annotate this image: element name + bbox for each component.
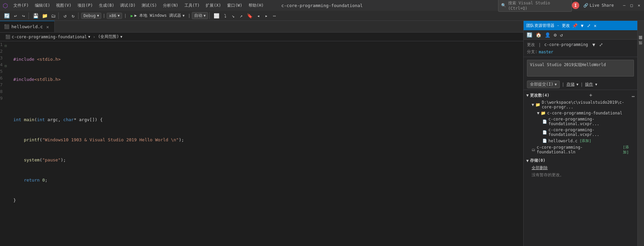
- gutter-cell-8: [5, 90, 10, 96]
- window-controls: — □ ✕: [622, 3, 641, 8]
- save-button[interactable]: 💾: [32, 12, 40, 19]
- bookmark-button[interactable]: 🔖: [246, 12, 254, 19]
- panel-expand-button[interactable]: ⤢: [586, 23, 592, 29]
- team-explorer-panel: 团队资源管理器 - 更改 📌 ▼ ⤢ ✕ 🔄 🏠 👤 ⚙ ↺ 更改 | c-co…: [523, 21, 637, 246]
- line-num-8: 8: [0, 88, 4, 95]
- title-search-box[interactable]: 🔍 搜索 Visual Studio (Ctrl+Q): [498, 0, 572, 12]
- window-title: c-core-programming-foundational: [281, 3, 363, 8]
- breadcrumb-scope-label: (全局范围): [98, 34, 119, 40]
- next-bookmark-button[interactable]: ▸: [263, 12, 270, 19]
- live-share-button[interactable]: 🔗 Live Share: [583, 3, 614, 8]
- maximize-button[interactable]: □: [629, 3, 634, 8]
- gutter-cell-2: [5, 49, 10, 56]
- panel-close-button[interactable]: ✕: [593, 23, 598, 29]
- undo-button[interactable]: ↩: [12, 12, 19, 19]
- delete-all-link[interactable]: 全部删除: [532, 165, 548, 170]
- changes-section-header[interactable]: ▼ 更改数(4) ＋ …: [524, 91, 637, 99]
- file-tag-4: [添加]: [623, 145, 635, 155]
- title-bar: ⬡ 文件(F) 编辑(E) 视图(V) 项目(P) 生成(B) 调试(D) 测试…: [0, 0, 644, 11]
- breadcrumb-scope[interactable]: (全局范围) ▼: [97, 34, 123, 40]
- user-avatar[interactable]: I: [572, 2, 579, 9]
- gutter-cell-1[interactable]: ⊟: [5, 43, 10, 49]
- undo2-button[interactable]: ↺: [61, 12, 69, 19]
- run-label: ▶ 本地 Windows 调试器: [135, 13, 181, 18]
- actions-link[interactable]: 操作: [585, 82, 593, 87]
- tree-root-path[interactable]: ▼ 📁 D:\workspace\c\visualstuido2019\c-co…: [524, 99, 637, 110]
- step-over-button[interactable]: ⤵: [221, 12, 229, 19]
- gutter-cell-4[interactable]: ⊟: [5, 63, 10, 69]
- breadcrumb: ⬛ c-core-programming-foundational ▼ › (全…: [0, 33, 523, 41]
- menu-view[interactable]: 视图(V): [53, 1, 74, 10]
- auto-dropdown[interactable]: 自动 ▼: [192, 12, 208, 19]
- minimize-button[interactable]: —: [622, 3, 627, 8]
- breadcrumb-project[interactable]: ⬛ c-core-programming-foundational ▼: [4, 34, 92, 40]
- code-content[interactable]: #include <stdio.h> #include<stdlib.h> in…: [11, 41, 523, 246]
- tree-file-vcxproj2[interactable]: 📄 c-core-programming-foundational.vcxpr.…: [524, 127, 637, 138]
- live-share-icon: 🔗: [583, 3, 588, 8]
- chevron-down-icon: ▼: [97, 14, 99, 17]
- actions-dropdown-icon[interactable]: ▼: [595, 83, 597, 86]
- panel-open-external-button[interactable]: ⤢: [598, 42, 604, 48]
- menu-tools[interactable]: 工具(T): [182, 1, 203, 10]
- tab-helloworld[interactable]: ⬛ helloworld.c ✕: [0, 21, 55, 32]
- panel-home-button[interactable]: 🏠: [535, 32, 542, 38]
- menu-extensions[interactable]: 扩展(X): [203, 1, 224, 10]
- add-changes-button[interactable]: ＋: [588, 92, 593, 98]
- line-num-7: 7: [0, 82, 4, 88]
- new-file-button[interactable]: 🔄: [3, 12, 11, 19]
- toolbar-file-group: 🔄 ↩ ↪: [1, 12, 29, 19]
- panel-repo-dropdown[interactable]: ▼: [591, 42, 596, 48]
- panel-person-button[interactable]: 👤: [544, 32, 551, 38]
- tree-file-vcxproj1[interactable]: 📄 c-core-programming-foundational.vcxpr.…: [524, 116, 637, 127]
- arch-label: x86: [109, 13, 116, 18]
- arch-dropdown[interactable]: x86 ▼: [107, 13, 122, 19]
- menu-test[interactable]: 测试(S): [139, 1, 160, 10]
- more-tools-button[interactable]: ⋯: [271, 12, 278, 19]
- sidebar-item-team-explorer[interactable]: 团队资源管理器: [638, 41, 643, 44]
- stored-section-header[interactable]: ▼ 存储(0): [524, 157, 637, 164]
- vs-logo-icon: ⬡: [3, 2, 8, 9]
- tab-close-button[interactable]: ✕: [45, 24, 50, 30]
- panel-refresh-button[interactable]: 🔄: [526, 32, 533, 38]
- menu-window[interactable]: 窗口(W): [224, 1, 245, 10]
- more-changes-button[interactable]: …: [632, 93, 635, 98]
- menu-debug[interactable]: 调试(D): [117, 1, 138, 10]
- store-dropdown-icon[interactable]: ▼: [577, 83, 579, 86]
- collapse-icon3: ▼: [537, 111, 539, 115]
- panel-pin-button[interactable]: 📌: [571, 23, 579, 29]
- tree-file-helloworld[interactable]: 📄 helloworld.c [添加]: [524, 138, 637, 144]
- step-out-button[interactable]: ↗: [237, 12, 245, 19]
- stored-section: ▼ 存储(0) 全部删除 没有暂存的更改。: [524, 155, 637, 180]
- panel-changes-label: 更改: [527, 42, 535, 48]
- menu-file[interactable]: 文件(F): [11, 1, 32, 10]
- code-editor[interactable]: 1 2 3 4 5 6 7 8 9 ⊟ ⊟: [0, 41, 523, 246]
- menu-project[interactable]: 项目(P): [75, 1, 96, 10]
- menu-help[interactable]: 帮助(H): [246, 1, 267, 10]
- panel-refresh2-button[interactable]: ↺: [559, 32, 564, 38]
- sidebar-item-properties[interactable]: 属性: [638, 46, 643, 49]
- close-button[interactable]: ✕: [637, 3, 641, 8]
- menu-bar: 文件(F) 编辑(E) 视图(V) 项目(P) 生成(B) 调试(D) 测试(S…: [11, 1, 498, 10]
- commit-message-input[interactable]: Visual Studio 2019实现HelloWorld: [527, 60, 634, 77]
- run-button[interactable]: ▶ ▶ 本地 Windows 调试器 ▼: [129, 12, 187, 19]
- store-link[interactable]: 存储: [567, 82, 575, 87]
- file-icon-4: 🗂: [532, 148, 535, 152]
- step-into-button[interactable]: ↘: [229, 12, 237, 19]
- project-folder-icon: 📁: [541, 111, 546, 115]
- panel-settings-button[interactable]: ⚙: [553, 32, 557, 38]
- save-all-button[interactable]: 🗂: [50, 12, 57, 19]
- menu-build[interactable]: 生成(B): [96, 1, 117, 10]
- debug-config-dropdown[interactable]: Debug ▼: [81, 13, 101, 19]
- commit-all-dropdown[interactable]: 全部提交(I) ▼: [527, 81, 560, 88]
- menu-analyze[interactable]: 分析(N): [160, 1, 181, 10]
- breakpoint-button[interactable]: ⬜: [212, 12, 221, 19]
- menu-edit[interactable]: 编辑(E): [32, 1, 53, 10]
- open-button[interactable]: 📁: [41, 12, 49, 19]
- panel-dropdown-button[interactable]: ▼: [580, 23, 585, 29]
- redo2-button[interactable]: ↻: [69, 12, 77, 19]
- prev-bookmark-button[interactable]: ◂: [255, 12, 262, 19]
- tree-file-sln[interactable]: 🗂 c-core-programming-foundational.sln [添…: [524, 144, 637, 155]
- tree-project-folder[interactable]: ▼ 📁 c-core-programming-foundational: [524, 110, 637, 116]
- redo-button[interactable]: ↪: [20, 12, 27, 19]
- delete-all-row: 全部删除: [524, 164, 637, 171]
